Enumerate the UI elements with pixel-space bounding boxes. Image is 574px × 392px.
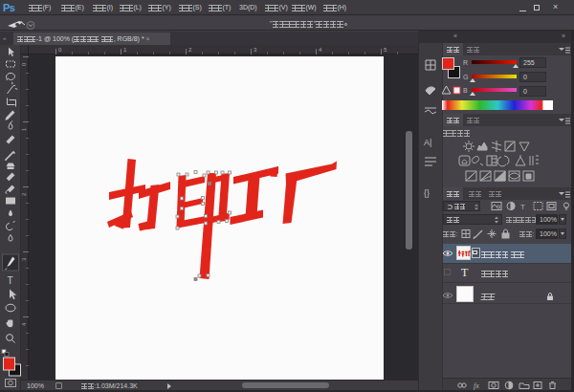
svg-text:4: 4 [21,322,27,326]
svg-text:0: 0 [58,47,62,53]
svg-text:4: 4 [319,47,322,53]
svg-text:2: 2 [21,192,27,196]
svg-text:1: 1 [21,127,27,131]
svg-text:3: 3 [21,257,27,261]
svg-text:5: 5 [384,47,387,53]
svg-text:T: T [520,203,525,211]
svg-text:2: 2 [188,47,192,53]
svg-text:0: 0 [21,62,27,66]
svg-text:T: T [8,275,13,286]
svg-text:{}: {} [424,188,430,198]
svg-text:3: 3 [254,47,257,53]
svg-text:fx: fx [474,381,479,390]
svg-text:1: 1 [123,47,127,53]
svg-text:A|: A| [424,138,431,147]
